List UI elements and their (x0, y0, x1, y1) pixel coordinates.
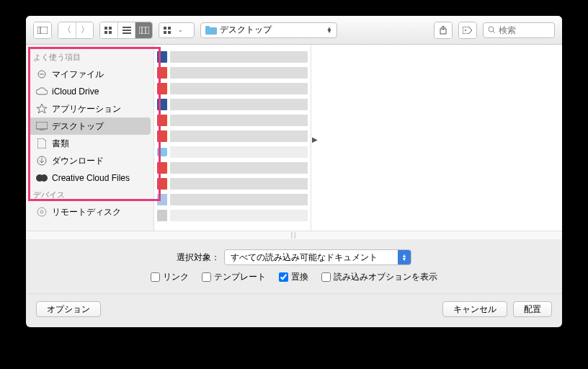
footer: オプション キャンセル 配置 (26, 293, 562, 327)
list-icon (122, 27, 131, 34)
sidebar-item-label: 書類 (52, 138, 69, 150)
share-icon (440, 26, 447, 35)
search-icon (488, 26, 496, 34)
view-group (99, 22, 153, 39)
enable-popup[interactable]: すべての読み込み可能なドキュメント ▲▼ (224, 249, 411, 265)
nav-group: 〈 〉 (58, 22, 94, 39)
sidebar-item-label: iCloud Drive (52, 86, 99, 97)
pdf-icon (157, 130, 167, 142)
folder-icon (157, 148, 167, 156)
file-row[interactable] (157, 160, 308, 176)
disclosure-arrow-icon: ▶ (312, 135, 318, 143)
sidebar-item-cc[interactable]: Creative Cloud Files (26, 169, 153, 187)
folder-icon (205, 26, 217, 35)
search-input[interactable] (499, 25, 549, 35)
svg-rect-12 (164, 27, 166, 30)
chevron-left-icon: 〈 (63, 24, 71, 36)
open-dialog: 〈 〉 ⌄ デスクトップ ▲▼ よく使う項目 マイファイル (26, 16, 562, 327)
cancel-button[interactable]: キャンセル (442, 301, 507, 317)
file-row[interactable] (157, 208, 308, 223)
view-columns[interactable] (135, 22, 152, 38)
template-checkbox[interactable]: テンプレート (202, 271, 266, 283)
sidebar-item-label: デスクトップ (52, 120, 104, 133)
pdf-icon (157, 83, 167, 94)
search-field[interactable] (483, 22, 555, 38)
sidebar-item-icloud[interactable]: iCloud Drive (26, 83, 153, 100)
chevron-down-icon: ⌄ (178, 27, 183, 33)
sidebar-toggle-group (33, 22, 52, 39)
sidebar-item-desktop[interactable]: デスクトップ (29, 117, 151, 135)
applications-icon (36, 103, 48, 115)
options-button[interactable]: オプション (36, 301, 101, 317)
svg-rect-15 (168, 31, 171, 34)
pdf-icon (157, 178, 167, 190)
svg-point-32 (40, 210, 43, 213)
file-row[interactable] (157, 112, 308, 128)
forward-button[interactable]: 〉 (76, 22, 93, 38)
sidebar-item-downloads[interactable]: ダウンロード (26, 152, 153, 169)
options-panel: 選択対象： すべての読み込み可能なドキュメント ▲▼ リンク テンプレート 置換… (26, 239, 562, 293)
sidebar-item-label: アプリケーション (52, 103, 121, 115)
sidebar-item-remote-disk[interactable]: リモートディスク (26, 203, 153, 221)
grid-icon (104, 27, 113, 34)
cc-icon (36, 172, 48, 184)
all-files-icon (36, 68, 48, 80)
share-button[interactable] (435, 22, 452, 38)
resize-handle[interactable]: || (26, 231, 562, 239)
sidebar: よく使う項目 マイファイル iCloud Drive アプリケーション デスクト… (26, 45, 154, 231)
tag-icon (463, 27, 473, 34)
enable-value: すべての読み込み可能なドキュメント (225, 252, 398, 264)
word-icon (157, 51, 167, 63)
file-icon (157, 210, 167, 221)
location-label: デスクトップ (220, 24, 272, 36)
file-row[interactable] (157, 81, 308, 97)
browser-body: よく使う項目 マイファイル iCloud Drive アプリケーション デスクト… (26, 45, 562, 231)
desktop-icon (36, 120, 48, 132)
view-icons[interactable] (100, 22, 117, 38)
sidebar-item-label: ダウンロード (52, 155, 104, 167)
file-row[interactable] (157, 128, 308, 144)
file-row[interactable] (157, 192, 308, 208)
svg-rect-4 (104, 31, 107, 34)
replace-checkbox[interactable]: 置換 (279, 271, 308, 283)
file-row[interactable] (157, 176, 308, 192)
updown-icon: ▲▼ (326, 27, 332, 33)
back-button[interactable]: 〈 (58, 22, 76, 38)
updown-icon: ▲▼ (398, 250, 411, 264)
folder-row[interactable] (157, 144, 308, 160)
tags-button[interactable] (459, 22, 476, 38)
sidebar-item-documents[interactable]: 書類 (26, 135, 153, 152)
downloads-icon (36, 155, 48, 166)
file-column-1[interactable]: ▶ (154, 45, 311, 231)
columns-icon (139, 27, 149, 34)
sidebar-item-myfiles[interactable]: マイファイル (26, 66, 153, 83)
location-popup[interactable]: デスクトップ ▲▼ (200, 22, 337, 38)
svg-rect-25 (36, 122, 48, 129)
svg-rect-3 (109, 27, 112, 30)
file-row[interactable] (157, 65, 308, 81)
svg-point-31 (37, 208, 46, 216)
place-button[interactable]: 配置 (513, 301, 552, 317)
sidebar-item-applications[interactable]: アプリケーション (26, 100, 153, 117)
sidebar-item-label: Creative Cloud Files (52, 173, 130, 183)
svg-point-20 (465, 30, 466, 31)
svg-line-22 (493, 31, 495, 33)
svg-point-30 (40, 174, 48, 182)
svg-rect-0 (37, 27, 48, 34)
file-row[interactable] (157, 97, 308, 112)
pdf-icon (157, 162, 167, 174)
svg-rect-14 (164, 31, 166, 34)
svg-rect-9 (139, 27, 149, 34)
file-row[interactable] (157, 49, 308, 65)
svg-rect-17 (205, 26, 210, 29)
link-checkbox[interactable]: リンク (151, 271, 189, 283)
view-list[interactable] (117, 22, 135, 38)
file-column-2[interactable] (311, 45, 562, 231)
sidebar-toggle[interactable] (34, 22, 51, 38)
arrange-popup[interactable]: ⌄ (159, 22, 195, 38)
enable-label: 選択対象： (177, 252, 220, 264)
show-import-checkbox[interactable]: 読み込みオプションを表示 (321, 271, 437, 283)
svg-rect-2 (104, 27, 107, 30)
svg-rect-13 (168, 27, 171, 30)
sidebar-item-label: マイファイル (52, 68, 104, 81)
